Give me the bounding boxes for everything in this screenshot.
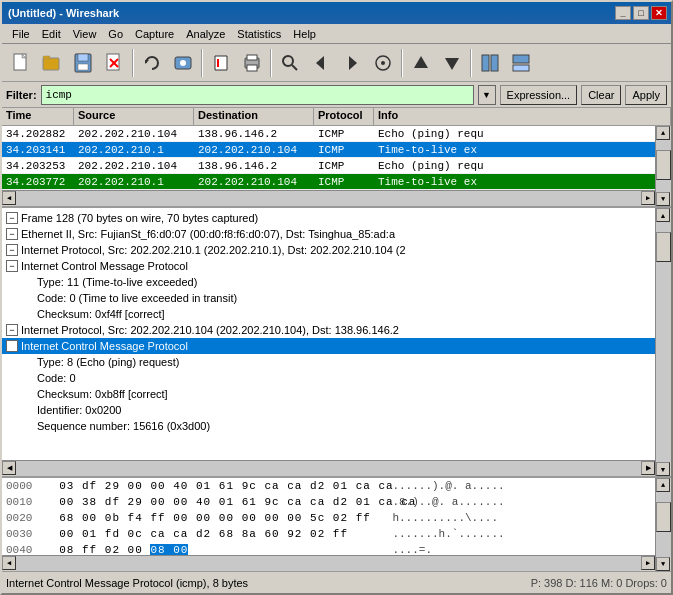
table-row[interactable]: 34.203141 202.202.210.1 202.202.210.104 … [2, 142, 671, 158]
tree-vscroll-thumb[interactable] [656, 232, 671, 262]
tree-vscroll-down-btn[interactable]: ▼ [656, 462, 670, 476]
status-left: Internet Control Message Protocol (icmp)… [6, 577, 523, 589]
tree-vscroll-up-btn[interactable]: ▲ [656, 208, 670, 222]
toolbar-print-btn[interactable] [237, 48, 267, 78]
tree-expand-btn[interactable]: − [6, 324, 18, 336]
hex-offset: 0000 [6, 480, 46, 492]
cell-time: 34.202882 [2, 128, 74, 140]
hex-hscrollbar[interactable]: ◀ ▶ [2, 555, 655, 571]
svg-rect-2 [43, 58, 59, 70]
menu-go[interactable]: Go [102, 26, 129, 42]
hscroll-left-btn[interactable]: ◀ [2, 191, 16, 205]
menu-analyze[interactable]: Analyze [180, 26, 231, 42]
hex-offset: 0010 [6, 496, 46, 508]
tree-hscroll-right-btn[interactable]: ▶ [641, 461, 655, 475]
window-title: (Untitled) - Wireshark [8, 7, 119, 19]
toolbar-close-btn[interactable] [99, 48, 129, 78]
hex-vscrollbar[interactable]: ▲ ▼ [655, 478, 671, 571]
tree-expand-btn[interactable]: − [6, 260, 18, 272]
list-item[interactable]: −Internet Protocol, Src: 202.202.210.1 (… [2, 242, 671, 258]
table-row[interactable]: 34.202882 202.202.210.104 138.96.146.2 I… [2, 126, 671, 142]
tree-node-text: Frame 128 (70 bytes on wire, 70 bytes ca… [21, 212, 258, 224]
close-button[interactable]: ✕ [651, 6, 667, 20]
toolbar-reload-btn[interactable] [137, 48, 167, 78]
hex-hscroll-left-btn[interactable]: ◀ [2, 556, 16, 570]
clear-button[interactable]: Clear [581, 85, 621, 105]
packet-vscrollbar[interactable]: ▲ ▼ [655, 126, 671, 206]
window-controls: _ □ ✕ [615, 6, 667, 20]
tree-hscrollbar[interactable]: ◀ ▶ [2, 460, 655, 476]
tree-expand-btn[interactable]: − [6, 228, 18, 240]
toolbar-back-btn[interactable] [306, 48, 336, 78]
tree-expand-btn[interactable]: + [6, 340, 18, 352]
tree-node-text: Type: 11 (Time-to-live exceeded) [37, 276, 197, 288]
list-item[interactable]: Type: 11 (Time-to-live exceeded) [2, 274, 671, 290]
toolbar-down-btn[interactable] [437, 48, 467, 78]
cell-info: Echo (ping) requ [374, 128, 671, 140]
hex-vscroll-track [656, 492, 671, 557]
toolbar-go-btn[interactable] [368, 48, 398, 78]
hex-hscroll-right-btn[interactable]: ▶ [641, 556, 655, 570]
list-item[interactable]: Checksum: 0xf4ff [correct] [2, 306, 671, 322]
hex-vscroll-down-btn[interactable]: ▼ [656, 557, 670, 571]
table-row[interactable]: 34.203772 202.202.210.1 202.202.210.104 … [2, 174, 671, 190]
list-item[interactable]: Code: 0 (Time to live exceeded in transi… [2, 290, 671, 306]
list-item[interactable]: Identifier: 0x0200 [2, 402, 671, 418]
list-item[interactable]: −Ethernet II, Src: FujianSt_f6:d0:07 (00… [2, 226, 671, 242]
list-item[interactable]: +Internet Control Message Protocol [2, 338, 671, 354]
filter-bar: Filter: ▼ Expression... Clear Apply [2, 82, 671, 108]
hex-vscroll-thumb[interactable] [656, 502, 671, 532]
packet-hscrollbar[interactable]: ◀ ▶ [2, 190, 655, 206]
table-row[interactable]: 34.203253 202.202.210.104 138.96.146.2 I… [2, 158, 671, 174]
toolbar-open-btn[interactable] [37, 48, 67, 78]
menu-statistics[interactable]: Statistics [231, 26, 287, 42]
hex-vscroll-up-btn[interactable]: ▲ [656, 478, 670, 492]
list-item[interactable]: −Internet Protocol, Src: 202.202.210.104… [2, 322, 671, 338]
svg-rect-17 [247, 65, 257, 71]
tree-node-text: Internet Protocol, Src: 202.202.210.1 (2… [21, 244, 406, 256]
tree-expand-btn[interactable]: − [6, 212, 18, 224]
list-item[interactable]: Code: 0 [2, 370, 671, 386]
toolbar-details-btn[interactable] [506, 48, 536, 78]
maximize-button[interactable]: □ [633, 6, 649, 20]
hex-view: 0000 03 df 29 00 00 40 01 61 9c ca ca d2… [2, 478, 671, 571]
col-header-proto: Protocol [314, 108, 374, 125]
tree-vscroll-track [656, 222, 671, 462]
toolbar-find-btn[interactable] [275, 48, 305, 78]
vscroll-thumb[interactable] [656, 150, 671, 180]
hscroll-right-btn[interactable]: ▶ [641, 191, 655, 205]
tree-node-text: Sequence number: 15616 (0x3d00) [37, 420, 210, 432]
menu-file[interactable]: File [6, 26, 36, 42]
expression-button[interactable]: Expression... [500, 85, 578, 105]
cell-src: 202.202.210.104 [74, 128, 194, 140]
filter-input[interactable] [41, 85, 474, 105]
vscroll-up-btn[interactable]: ▲ [656, 126, 670, 140]
minimize-button[interactable]: _ [615, 6, 631, 20]
menu-capture[interactable]: Capture [129, 26, 180, 42]
toolbar-new-btn[interactable] [6, 48, 36, 78]
tree-expand-btn[interactable]: − [6, 244, 18, 256]
menu-edit[interactable]: Edit [36, 26, 67, 42]
toolbar-columns-btn[interactable] [475, 48, 505, 78]
toolbar-save-btn[interactable] [68, 48, 98, 78]
cell-time: 34.203253 [2, 160, 74, 172]
toolbar-options-btn[interactable] [168, 48, 198, 78]
toolbar-stop-btn[interactable] [206, 48, 236, 78]
menu-view[interactable]: View [67, 26, 103, 42]
list-item[interactable]: −Frame 128 (70 bytes on wire, 70 bytes c… [2, 210, 671, 226]
vscroll-down-btn[interactable]: ▼ [656, 192, 670, 206]
hex-bytes: 00 38 df 29 00 00 40 01 61 9c ca ca d2 0… [59, 496, 379, 508]
toolbar-fwd-btn[interactable] [337, 48, 367, 78]
tree-hscroll-left-btn[interactable]: ◀ [2, 461, 16, 475]
tree-vscrollbar[interactable]: ▲ ▼ [655, 208, 671, 476]
apply-button[interactable]: Apply [625, 85, 667, 105]
menu-help[interactable]: Help [287, 26, 322, 42]
title-bar: (Untitled) - Wireshark _ □ ✕ [2, 2, 671, 24]
list-item[interactable]: Sequence number: 15616 (0x3d00) [2, 418, 671, 434]
list-item[interactable]: −Internet Control Message Protocol [2, 258, 671, 274]
toolbar-up-btn[interactable] [406, 48, 436, 78]
filter-dropdown-btn[interactable]: ▼ [478, 85, 496, 105]
list-item[interactable]: Type: 8 (Echo (ping) request) [2, 354, 671, 370]
list-item[interactable]: Checksum: 0xb8ff [correct] [2, 386, 671, 402]
tree-node-text: Checksum: 0xb8ff [correct] [37, 388, 168, 400]
